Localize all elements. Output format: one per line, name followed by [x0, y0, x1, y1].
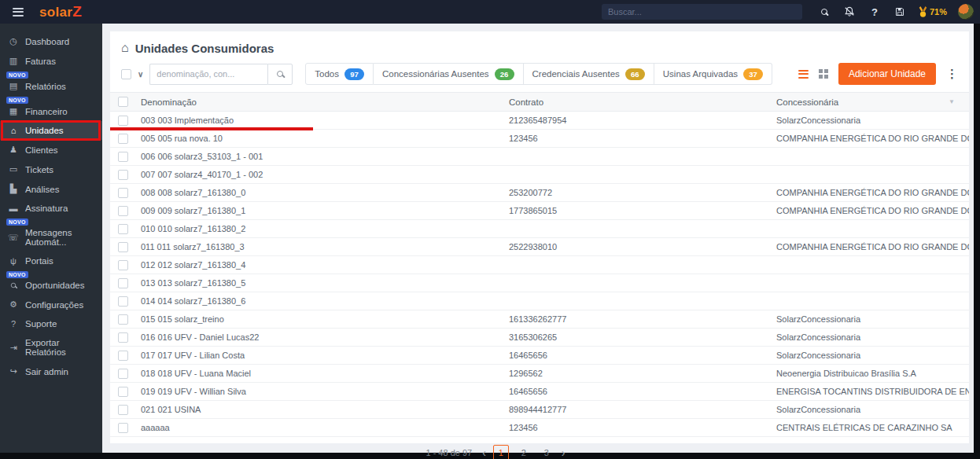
page-button-3[interactable]: 3	[539, 445, 554, 459]
sidebar-item-tickets[interactable]: ▭Tickets	[0, 160, 102, 179]
save-icon[interactable]	[893, 6, 906, 18]
row-checkbox[interactable]	[118, 260, 128, 270]
score-indicator[interactable]: 71%	[919, 6, 947, 17]
help-icon[interactable]: ?	[868, 6, 881, 18]
table-row[interactable]: 018 018 UFV - Luana Maciel 1296562 Neoen…	[110, 365, 969, 383]
header-checkbox[interactable]	[118, 97, 128, 107]
table-row[interactable]: 021 021 USINA 898944412777 SolarzConcess…	[110, 401, 969, 419]
row-checkbox[interactable]	[118, 278, 128, 288]
row-checkbox[interactable]	[118, 188, 128, 198]
cell-denominacao[interactable]: 012 012 solarz7_161380_4	[141, 260, 509, 270]
cell-denominacao[interactable]: 018 018 UFV - Luana Maciel	[141, 369, 509, 378]
filter-tab-usinas-arquivadas[interactable]: Usinas Arquivadas37	[654, 63, 772, 85]
row-checkbox[interactable]	[118, 206, 128, 216]
row-checkbox[interactable]	[118, 387, 128, 397]
sidebar-item-unidades[interactable]: ⌂Unidades	[0, 121, 102, 140]
sidebar-item-oportunidades[interactable]: NOVOOportunidades	[0, 270, 102, 295]
table-row[interactable]: 011 011 solarz7_161380_3 2522938010 COMP…	[110, 238, 969, 256]
solarz-logo[interactable]: solarZ	[39, 3, 82, 20]
row-checkbox[interactable]	[118, 351, 128, 361]
sidebar-item-portais[interactable]: ψPortais	[0, 252, 102, 270]
list-view-icon[interactable]	[798, 70, 809, 79]
sidebar-item-analises[interactable]: ▙Análises	[0, 179, 102, 199]
row-checkbox[interactable]	[118, 170, 128, 180]
column-header-concessionaria[interactable]: Concessionária	[776, 97, 949, 107]
sidebar-item-financeiro[interactable]: NOVO▦Financeiro	[0, 96, 102, 121]
column-header-contrato[interactable]: Contrato	[509, 97, 776, 107]
global-search-input[interactable]	[602, 4, 802, 20]
row-checkbox[interactable]	[118, 332, 128, 343]
cell-denominacao[interactable]: 021 021 USINA	[141, 405, 509, 414]
page-button-2[interactable]: 2	[516, 445, 532, 459]
cell-denominacao[interactable]: 003 003 Implementação	[141, 116, 509, 125]
table-row[interactable]: aaaaaa 123456 CENTRAIS ELÉTRICAS DE CARA…	[110, 419, 969, 437]
sidebar-item-clientes[interactable]: ♟Clientes	[0, 140, 102, 160]
sidebar-item-configuracoes[interactable]: ⚙Configurações	[0, 295, 102, 314]
prev-page-icon[interactable]: ‹	[482, 446, 486, 459]
row-checkbox[interactable]	[118, 369, 128, 379]
cell-denominacao[interactable]: 016 016 UFV - Daniel Lucas22	[141, 332, 509, 342]
row-checkbox[interactable]	[118, 116, 128, 126]
table-row[interactable]: 005 005 rua nova. 10 123456 COMPANHIA EN…	[110, 130, 969, 148]
next-page-icon[interactable]: ›	[562, 446, 566, 459]
row-checkbox[interactable]	[118, 296, 128, 307]
cell-denominacao[interactable]: aaaaaa	[141, 423, 509, 432]
search-icon[interactable]	[818, 6, 831, 18]
cell-denominacao[interactable]: 011 011 solarz7_161380_3	[141, 242, 509, 252]
grid-view-icon[interactable]	[819, 69, 828, 79]
sidebar-item-dashboard[interactable]: ◷Dashboard	[0, 31, 102, 51]
add-unit-button[interactable]: Adicionar Unidade	[838, 63, 936, 85]
table-row[interactable]: 010 010 solarz7_161380_2	[110, 220, 969, 238]
table-row[interactable]: 012 012 solarz7_161380_4	[110, 256, 969, 274]
row-checkbox[interactable]	[118, 134, 128, 144]
table-row[interactable]: 009 009 solarz7_161380_1 1773865015 COMP…	[110, 202, 969, 220]
chevron-down-icon[interactable]: ∨	[138, 70, 143, 79]
table-row[interactable]: 015 015 solarz_treino 161336262777 Solar…	[110, 310, 969, 329]
page-button-1[interactable]: 1	[493, 445, 509, 459]
hamburger-menu-icon[interactable]	[13, 6, 24, 18]
cell-denominacao[interactable]: 017 017 UFV - Lilian Costa	[141, 351, 509, 360]
row-checkbox[interactable]	[118, 423, 128, 433]
row-checkbox[interactable]	[118, 152, 128, 162]
table-row[interactable]: 008 008 solarz7_161380_0 253200772 COMPA…	[110, 184, 969, 202]
row-checkbox[interactable]	[118, 405, 128, 415]
sidebar-item-sair-admin[interactable]: ↪Sair admin	[0, 362, 102, 381]
cell-denominacao[interactable]: 019 019 UFV - Willian Silva	[141, 387, 509, 396]
row-checkbox[interactable]	[118, 314, 128, 325]
table-row[interactable]: 016 016 UFV - Daniel Lucas22 3165306265 …	[110, 329, 969, 347]
cell-denominacao[interactable]: 007 007 solarz4_40170_1 - 002	[141, 170, 509, 179]
table-search-button[interactable]	[267, 64, 293, 85]
row-checkbox[interactable]	[118, 224, 128, 234]
sidebar-item-exportar-relatorios[interactable]: ⇥Exportar Relatórios	[0, 333, 102, 362]
table-row[interactable]: 013 013 solarz7_161380_5	[110, 274, 969, 292]
sidebar-item-assinatura[interactable]: ▬Assinatura	[0, 199, 102, 218]
cell-denominacao[interactable]: 015 015 solarz_treino	[141, 314, 509, 324]
cell-denominacao[interactable]: 010 010 solarz7_161380_2	[141, 224, 509, 233]
filter-tab-concessionarias-ausentes[interactable]: Concessionárias Ausentes26	[374, 63, 524, 85]
table-row[interactable]: 003 003 Implementação 212365487954 Solar…	[110, 112, 969, 130]
table-row[interactable]: 017 017 UFV - Lilian Costa 16465656 Sola…	[110, 347, 969, 365]
cell-denominacao[interactable]: 008 008 solarz7_161380_0	[141, 188, 509, 197]
cell-denominacao[interactable]: 014 014 solarz7_161380_6	[141, 296, 509, 306]
row-checkbox[interactable]	[118, 242, 128, 252]
notifications-muted-icon[interactable]	[843, 6, 856, 18]
table-row[interactable]: 014 014 solarz7_161380_6	[110, 292, 969, 310]
sidebar-item-mensagens-automaticas[interactable]: NOVO☏Mensagens Automát...	[0, 218, 102, 252]
cell-denominacao[interactable]: 013 013 solarz7_161380_5	[141, 278, 509, 288]
column-header-denominacao[interactable]: Denominação	[141, 97, 509, 107]
sidebar-item-suporte[interactable]: ?Suporte	[0, 314, 102, 333]
user-avatar[interactable]	[958, 4, 974, 20]
table-search-input[interactable]	[149, 64, 267, 85]
table-row[interactable]: 007 007 solarz4_40170_1 - 002	[110, 166, 969, 184]
cell-denominacao[interactable]: 009 009 solarz7_161380_1	[141, 206, 509, 215]
table-row[interactable]: 006 006 solarz3_53103_1 - 001	[110, 148, 969, 166]
kebab-menu-icon[interactable]: ⋮	[946, 67, 958, 81]
sidebar-item-relatorios[interactable]: NOVO▤Relatórios	[0, 71, 102, 96]
select-all-checkbox[interactable]	[121, 69, 131, 79]
cell-denominacao[interactable]: 005 005 rua nova. 10	[141, 134, 509, 143]
sidebar-item-faturas[interactable]: ▥Faturas	[0, 51, 102, 71]
cell-denominacao[interactable]: 006 006 solarz3_53103_1 - 001	[141, 152, 509, 161]
filter-funnel-icon[interactable]: ▼	[949, 98, 969, 105]
filter-tab-credenciais-ausentes[interactable]: Credenciais Ausentes66	[524, 63, 654, 85]
table-row[interactable]: 019 019 UFV - Willian Silva 16465656 ENE…	[110, 383, 969, 401]
